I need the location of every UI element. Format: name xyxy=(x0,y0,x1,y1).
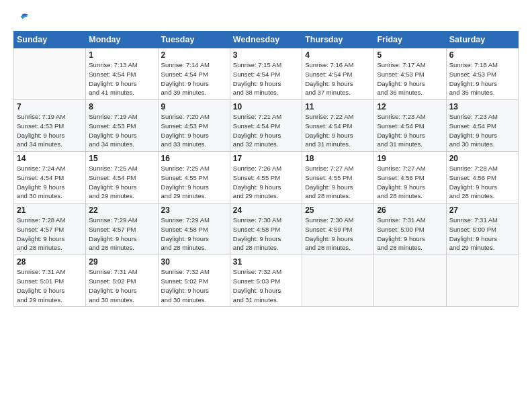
day-info: Sunrise: 7:31 AM Sunset: 5:00 PM Dayligh… xyxy=(377,216,443,253)
day-info: Sunrise: 7:19 AM Sunset: 4:53 PM Dayligh… xyxy=(17,112,83,149)
calendar-cell: 30Sunrise: 7:32 AM Sunset: 5:02 PM Dayli… xyxy=(158,255,230,307)
calendar-cell: 6Sunrise: 7:18 AM Sunset: 4:53 PM Daylig… xyxy=(446,48,518,100)
day-info: Sunrise: 7:14 AM Sunset: 4:54 PM Dayligh… xyxy=(161,60,227,97)
day-info: Sunrise: 7:13 AM Sunset: 4:54 PM Dayligh… xyxy=(89,60,154,97)
calendar-cell: 25Sunrise: 7:30 AM Sunset: 4:59 PM Dayli… xyxy=(302,203,374,255)
day-info: Sunrise: 7:25 AM Sunset: 4:54 PM Dayligh… xyxy=(89,164,154,201)
day-info: Sunrise: 7:16 AM Sunset: 4:54 PM Dayligh… xyxy=(305,60,371,97)
calendar-cell: 17Sunrise: 7:26 AM Sunset: 4:55 PM Dayli… xyxy=(230,152,302,203)
calendar-cell: 16Sunrise: 7:25 AM Sunset: 4:55 PM Dayli… xyxy=(158,152,230,203)
day-number: 18 xyxy=(305,154,371,163)
day-info: Sunrise: 7:30 AM Sunset: 4:58 PM Dayligh… xyxy=(233,216,299,253)
day-number: 4 xyxy=(305,50,371,60)
page: SundayMondayTuesdayWednesdayThursdayFrid… xyxy=(0,0,532,411)
day-info: Sunrise: 7:27 AM Sunset: 4:56 PM Dayligh… xyxy=(377,164,443,201)
day-info: Sunrise: 7:29 AM Sunset: 4:58 PM Dayligh… xyxy=(161,216,227,253)
calendar-week-row: 1Sunrise: 7:13 AM Sunset: 4:54 PM Daylig… xyxy=(14,48,519,100)
day-info: Sunrise: 7:18 AM Sunset: 4:53 PM Dayligh… xyxy=(449,60,515,97)
calendar-cell: 7Sunrise: 7:19 AM Sunset: 4:53 PM Daylig… xyxy=(14,100,86,152)
calendar-cell: 27Sunrise: 7:31 AM Sunset: 5:00 PM Dayli… xyxy=(446,203,518,255)
calendar-cell xyxy=(302,255,374,307)
day-number: 10 xyxy=(233,102,299,111)
day-number: 9 xyxy=(161,102,227,111)
day-info: Sunrise: 7:32 AM Sunset: 5:02 PM Dayligh… xyxy=(161,267,227,304)
day-info: Sunrise: 7:15 AM Sunset: 4:54 PM Dayligh… xyxy=(233,60,299,97)
day-header-wednesday: Wednesday xyxy=(230,32,302,48)
day-info: Sunrise: 7:23 AM Sunset: 4:54 PM Dayligh… xyxy=(377,112,443,149)
day-number: 28 xyxy=(17,257,83,267)
calendar-cell: 3Sunrise: 7:15 AM Sunset: 4:54 PM Daylig… xyxy=(230,48,302,100)
calendar-cell: 1Sunrise: 7:13 AM Sunset: 4:54 PM Daylig… xyxy=(86,48,158,100)
day-number: 27 xyxy=(449,205,515,215)
calendar-cell: 9Sunrise: 7:20 AM Sunset: 4:53 PM Daylig… xyxy=(158,100,230,152)
day-number: 12 xyxy=(377,102,443,111)
day-info: Sunrise: 7:26 AM Sunset: 4:55 PM Dayligh… xyxy=(233,164,299,201)
day-header-thursday: Thursday xyxy=(302,32,374,48)
calendar-cell: 18Sunrise: 7:27 AM Sunset: 4:55 PM Dayli… xyxy=(302,152,374,203)
day-info: Sunrise: 7:30 AM Sunset: 4:59 PM Dayligh… xyxy=(305,216,371,253)
calendar-cell: 2Sunrise: 7:14 AM Sunset: 4:54 PM Daylig… xyxy=(158,48,230,100)
day-info: Sunrise: 7:31 AM Sunset: 5:02 PM Dayligh… xyxy=(89,267,154,304)
day-header-friday: Friday xyxy=(374,32,446,48)
calendar-cell: 13Sunrise: 7:23 AM Sunset: 4:54 PM Dayli… xyxy=(446,100,518,152)
day-number: 2 xyxy=(161,50,227,60)
day-header-monday: Monday xyxy=(86,32,158,48)
calendar-cell: 12Sunrise: 7:23 AM Sunset: 4:54 PM Dayli… xyxy=(374,100,446,152)
day-number: 30 xyxy=(161,257,227,267)
day-number: 1 xyxy=(89,50,154,60)
calendar-cell: 20Sunrise: 7:28 AM Sunset: 4:56 PM Dayli… xyxy=(446,152,518,203)
day-info: Sunrise: 7:21 AM Sunset: 4:54 PM Dayligh… xyxy=(233,112,299,149)
calendar-cell: 11Sunrise: 7:22 AM Sunset: 4:54 PM Dayli… xyxy=(302,100,374,152)
day-info: Sunrise: 7:32 AM Sunset: 5:03 PM Dayligh… xyxy=(233,267,299,304)
day-number: 29 xyxy=(89,257,154,267)
day-info: Sunrise: 7:31 AM Sunset: 5:01 PM Dayligh… xyxy=(17,267,83,304)
day-number: 5 xyxy=(377,50,443,60)
day-info: Sunrise: 7:24 AM Sunset: 4:54 PM Dayligh… xyxy=(17,164,83,201)
calendar-cell xyxy=(446,255,518,307)
calendar-cell: 8Sunrise: 7:19 AM Sunset: 4:53 PM Daylig… xyxy=(86,100,158,152)
calendar-cell: 19Sunrise: 7:27 AM Sunset: 4:56 PM Dayli… xyxy=(374,152,446,203)
calendar-week-row: 14Sunrise: 7:24 AM Sunset: 4:54 PM Dayli… xyxy=(14,152,519,203)
day-info: Sunrise: 7:17 AM Sunset: 4:53 PM Dayligh… xyxy=(377,60,443,97)
calendar-cell: 14Sunrise: 7:24 AM Sunset: 4:54 PM Dayli… xyxy=(14,152,86,203)
day-info: Sunrise: 7:19 AM Sunset: 4:53 PM Dayligh… xyxy=(89,112,154,149)
day-header-sunday: Sunday xyxy=(14,32,86,48)
day-number: 11 xyxy=(305,102,371,111)
day-number: 6 xyxy=(449,50,515,60)
calendar-cell: 21Sunrise: 7:28 AM Sunset: 4:57 PM Dayli… xyxy=(14,203,86,255)
day-info: Sunrise: 7:27 AM Sunset: 4:55 PM Dayligh… xyxy=(305,164,371,201)
calendar-cell: 23Sunrise: 7:29 AM Sunset: 4:58 PM Dayli… xyxy=(158,203,230,255)
calendar-cell: 24Sunrise: 7:30 AM Sunset: 4:58 PM Dayli… xyxy=(230,203,302,255)
calendar-cell: 28Sunrise: 7:31 AM Sunset: 5:01 PM Dayli… xyxy=(14,255,86,307)
calendar-week-row: 21Sunrise: 7:28 AM Sunset: 4:57 PM Dayli… xyxy=(14,203,519,255)
day-info: Sunrise: 7:29 AM Sunset: 4:57 PM Dayligh… xyxy=(89,216,154,253)
day-header-saturday: Saturday xyxy=(446,32,518,48)
calendar-cell: 10Sunrise: 7:21 AM Sunset: 4:54 PM Dayli… xyxy=(230,100,302,152)
calendar-cell: 31Sunrise: 7:32 AM Sunset: 5:03 PM Dayli… xyxy=(230,255,302,307)
day-info: Sunrise: 7:31 AM Sunset: 5:00 PM Dayligh… xyxy=(449,216,515,253)
calendar-cell: 4Sunrise: 7:16 AM Sunset: 4:54 PM Daylig… xyxy=(302,48,374,100)
day-info: Sunrise: 7:28 AM Sunset: 4:56 PM Dayligh… xyxy=(449,164,515,201)
calendar-cell: 22Sunrise: 7:29 AM Sunset: 4:57 PM Dayli… xyxy=(86,203,158,255)
day-info: Sunrise: 7:28 AM Sunset: 4:57 PM Dayligh… xyxy=(17,216,83,253)
day-number: 14 xyxy=(17,154,83,163)
day-number: 24 xyxy=(233,205,299,215)
day-number: 23 xyxy=(161,205,227,215)
calendar-cell xyxy=(374,255,446,307)
calendar-header-row: SundayMondayTuesdayWednesdayThursdayFrid… xyxy=(14,32,519,48)
day-header-tuesday: Tuesday xyxy=(158,32,230,48)
calendar-cell xyxy=(14,48,86,100)
logo xyxy=(13,12,31,24)
day-number: 21 xyxy=(17,205,83,215)
day-number: 7 xyxy=(17,102,83,111)
calendar-week-row: 28Sunrise: 7:31 AM Sunset: 5:01 PM Dayli… xyxy=(14,255,519,307)
day-number: 8 xyxy=(89,102,154,111)
day-number: 17 xyxy=(233,154,299,163)
day-number: 15 xyxy=(89,154,154,163)
calendar-cell: 15Sunrise: 7:25 AM Sunset: 4:54 PM Dayli… xyxy=(86,152,158,203)
calendar-cell: 29Sunrise: 7:31 AM Sunset: 5:02 PM Dayli… xyxy=(86,255,158,307)
day-info: Sunrise: 7:20 AM Sunset: 4:53 PM Dayligh… xyxy=(161,112,227,149)
day-number: 3 xyxy=(233,50,299,60)
day-info: Sunrise: 7:25 AM Sunset: 4:55 PM Dayligh… xyxy=(161,164,227,201)
calendar-cell: 26Sunrise: 7:31 AM Sunset: 5:00 PM Dayli… xyxy=(374,203,446,255)
